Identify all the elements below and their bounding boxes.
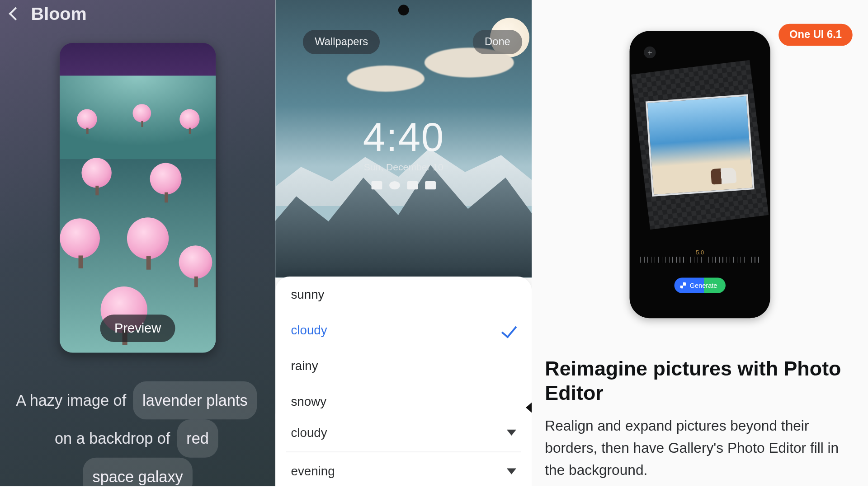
generate-label: Generate	[690, 282, 717, 289]
wallpaper-image	[60, 43, 216, 353]
sparkle-icon	[680, 282, 686, 288]
photo-subject	[711, 167, 737, 184]
weather-option-rainy[interactable]: rainy	[275, 348, 532, 384]
done-button[interactable]: Done	[473, 30, 522, 54]
wallpaper-preview-card[interactable]: Preview	[60, 43, 216, 353]
dropdown-label: cloudy	[291, 426, 327, 440]
add-icon[interactable]: +	[644, 47, 656, 58]
clock-time: 4:40	[275, 113, 532, 160]
preview-button[interactable]: Preview	[100, 314, 175, 342]
version-badge: One UI 6.1	[778, 24, 853, 46]
notif-icon	[407, 181, 418, 189]
page-title: Bloom	[31, 4, 87, 24]
prompt-chip-color[interactable]: red	[177, 419, 218, 457]
prompt-builder: A hazy image of lavender plants on a bac…	[0, 381, 275, 486]
chevron-down-icon	[507, 468, 516, 474]
weather-option-sunny[interactable]: sunny	[275, 277, 532, 312]
lockscreen-panel: Wallpapers Done 4:40 Sun, December 10 su…	[275, 0, 532, 486]
clock-date: Sun, December 10	[275, 162, 532, 173]
phone-mockup: + 5.0 Generate	[630, 31, 770, 319]
bloom-panel: Bloom Preview A hazy image of lavender p…	[0, 0, 275, 486]
prompt-text: on a backdrop of	[55, 430, 170, 448]
wallpapers-button[interactable]: Wallpapers	[303, 30, 380, 54]
option-label: snowy	[291, 394, 327, 409]
weather-option-cloudy[interactable]: cloudy	[275, 312, 532, 348]
style-dropdown[interactable]: evening	[275, 452, 532, 486]
notification-icons	[275, 181, 532, 189]
edited-photo[interactable]	[646, 94, 755, 197]
check-icon	[501, 322, 517, 338]
camera-notch	[398, 5, 409, 16]
style-dropdown[interactable]: cloudy	[275, 413, 532, 451]
notif-icon	[425, 181, 436, 189]
rotation-value: 5.0	[640, 249, 760, 256]
chevron-down-icon	[507, 430, 516, 436]
prompt-chip-subject[interactable]: lavender plants	[133, 381, 257, 419]
option-label: cloudy	[291, 323, 327, 338]
weather-options-sheet: sunnycloudyrainysnowy	[275, 277, 532, 419]
editor-canvas[interactable]	[631, 60, 769, 230]
edge-panel-handle[interactable]	[526, 400, 532, 415]
notif-icon	[372, 181, 382, 189]
promo-headline: Reimagine pictures with Photo Editor	[545, 357, 855, 406]
photo-editor-promo: One UI 6.1 + 5.0 Generate Reimagine pict…	[532, 0, 868, 486]
lockscreen-clock: 4:40 Sun, December 10	[275, 113, 532, 190]
back-icon[interactable]	[9, 7, 22, 20]
dropdown-label: evening	[291, 464, 335, 479]
prompt-chip-scene[interactable]: space galaxy	[83, 458, 192, 486]
option-label: rainy	[291, 359, 318, 373]
style-dropdowns: cloudyevening	[275, 413, 532, 486]
promo-body: Realign and expand pictures beyond their…	[545, 415, 855, 481]
rotation-slider[interactable]: 5.0	[640, 249, 760, 263]
generate-button[interactable]: Generate	[675, 278, 726, 293]
option-label: sunny	[291, 287, 325, 302]
prompt-text: A hazy image of	[16, 391, 126, 409]
notif-icon	[389, 181, 400, 189]
